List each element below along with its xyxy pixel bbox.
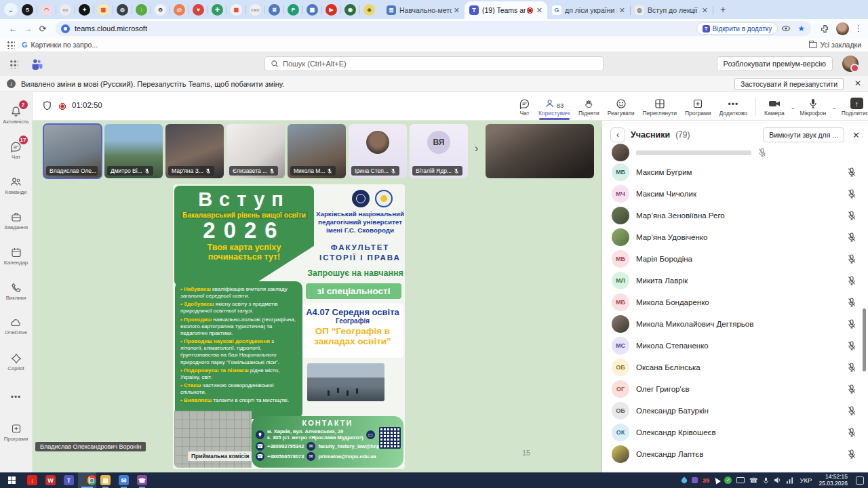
mute-all-button[interactable]: Вимкнути звук для ... xyxy=(763,127,844,142)
sidebar-item-teams[interactable]: Команди xyxy=(0,168,33,203)
mic-button[interactable]: Мікрофон xyxy=(797,94,830,120)
more-button[interactable]: ••• Додатково xyxy=(716,94,751,120)
pinned-tab-icon[interactable]: ▦ xyxy=(231,4,242,16)
tray-mic-icon[interactable] xyxy=(763,476,769,485)
taskbar-app[interactable]: ☎ xyxy=(133,472,151,488)
apps-grid-icon[interactable] xyxy=(7,41,15,49)
video-tile[interactable]: Ірина Степ... xyxy=(349,124,407,178)
mic-off-icon[interactable] xyxy=(758,148,766,157)
pinned-tab-icon[interactable]: ▶ xyxy=(326,4,337,16)
pinned-tab-icon[interactable]: ʘ xyxy=(155,4,166,16)
panel-scrollbar[interactable] xyxy=(863,308,866,371)
view-button[interactable]: Переглянути xyxy=(639,94,680,120)
participant-row[interactable]: ОБ Оксана Бєлінська xyxy=(602,357,868,378)
video-tile[interactable]: Мар'яна З... xyxy=(165,124,224,178)
tab-search-chevron-icon[interactable]: ⌄ xyxy=(4,3,18,16)
all-bookmarks[interactable]: Усі закладки xyxy=(809,41,861,49)
mic-off-icon[interactable] xyxy=(848,189,856,199)
pinned-tab-icon[interactable]: ▭ xyxy=(60,4,71,16)
participant-row[interactable]: ОК Олександр Крівошеєв xyxy=(602,422,868,443)
search-input[interactable]: Пошук (Ctrl+Alt+E) xyxy=(264,56,604,71)
mic-off-icon[interactable] xyxy=(848,232,856,242)
pinned-tab-icon[interactable]: ✦ xyxy=(79,4,90,16)
browser-tab[interactable]: G дп ліси україни півні ✕ xyxy=(547,1,630,19)
sidebar-item-more[interactable]: ••• xyxy=(0,380,33,415)
participant-row-partial[interactable] xyxy=(602,144,868,161)
open-in-app-button[interactable]: T Відкрити в додатку xyxy=(696,22,778,35)
video-tile[interactable]: Владислав Оле... xyxy=(43,124,102,178)
pinned-tab-icon[interactable]: ▦ xyxy=(98,4,109,16)
participant-row[interactable]: ОБ Олександр Батуркін xyxy=(602,400,868,422)
mic-off-icon[interactable] xyxy=(848,298,856,307)
camera-chevron-icon[interactable]: ⌄ xyxy=(791,104,795,110)
forward-button[interactable]: → xyxy=(20,24,35,34)
participant-row[interactable]: МБ Максим Бугрим xyxy=(602,161,868,183)
pinned-tab-icon[interactable]: ◆ xyxy=(363,4,375,16)
pinned-tab-icon[interactable]: ✚ xyxy=(212,4,223,16)
pinned-tab-icon[interactable]: скс xyxy=(250,4,261,16)
participant-row[interactable]: Олександр Лаптєв xyxy=(602,443,868,465)
sidebar-item-assignments[interactable]: Завдання xyxy=(0,203,33,239)
tray-droplet-icon[interactable] xyxy=(680,476,688,484)
raise-hand-button[interactable]: Підняти xyxy=(575,94,603,120)
apply-restart-button[interactable]: Застосувати й перезапустити xyxy=(734,78,844,90)
tray-cursor-icon[interactable] xyxy=(713,476,721,485)
participant-row[interactable]: МЧ Максим Чичолик xyxy=(602,183,868,205)
participant-row[interactable]: ОГ Олег Григор'єв xyxy=(602,378,868,400)
sidebar-item-calendar[interactable]: Календар xyxy=(0,239,33,274)
taskbar-app[interactable]: ▤ xyxy=(96,472,115,488)
pinned-tab-icon[interactable]: ◠ xyxy=(41,4,52,16)
taskbar-app[interactable]: T xyxy=(60,472,78,488)
pinned-tab-icon[interactable]: ◍ xyxy=(117,4,128,16)
sidebar-item-calls[interactable]: Виклики xyxy=(0,274,33,309)
tray-badge[interactable]: 39 xyxy=(703,477,709,484)
panel-close-icon[interactable]: ✕ xyxy=(852,130,860,140)
participant-row[interactable]: МС Микола Степаненко xyxy=(602,335,868,357)
start-button[interactable] xyxy=(0,472,23,488)
sidebar-item-activity[interactable]: 2 Активність xyxy=(0,98,33,133)
panel-back-icon[interactable]: ‹ xyxy=(610,127,625,142)
tray-antivirus-icon[interactable]: ✓ xyxy=(724,476,732,484)
banner-close-icon[interactable]: ✕ xyxy=(854,79,861,88)
extensions-puzzle-icon[interactable] xyxy=(821,24,829,33)
filmstrip-next-icon[interactable]: › xyxy=(475,142,478,155)
mic-off-icon[interactable] xyxy=(848,211,856,220)
pinned-tab-icon[interactable]: ↓ xyxy=(136,4,147,16)
pinned-tab-icon[interactable]: ≣ xyxy=(269,4,280,16)
language-indicator[interactable]: УКР xyxy=(800,476,812,484)
browser-profile-avatar[interactable] xyxy=(836,22,849,35)
participant-row[interactable]: МЛ Микита Лаврік xyxy=(602,270,868,291)
teams-profile-avatar[interactable] xyxy=(842,56,859,72)
app-launcher-icon[interactable] xyxy=(9,60,18,68)
camera-button[interactable]: Камера xyxy=(761,94,788,120)
mic-chevron-icon[interactable]: ⌄ xyxy=(832,104,837,110)
mic-off-icon[interactable] xyxy=(848,167,856,177)
tray-display-icon[interactable] xyxy=(736,477,745,483)
spotlight-video-tile[interactable] xyxy=(486,124,594,178)
video-tile[interactable]: Микола М... xyxy=(288,124,346,178)
chat-button[interactable]: Чат xyxy=(515,94,534,120)
tray-network-icon[interactable] xyxy=(786,477,793,484)
video-tile[interactable]: ВЯ Віталій Ядр... xyxy=(410,124,468,178)
notification-center-icon[interactable] xyxy=(856,476,864,485)
tab-close-icon[interactable]: ✕ xyxy=(454,6,460,15)
tab-close-icon[interactable]: ✕ xyxy=(619,6,625,15)
pinned-tab-icon[interactable]: ▩ xyxy=(307,4,318,16)
participant-row[interactable]: Мар'яна Зеновіївна Рего xyxy=(602,205,868,226)
pinned-tab-icon[interactable]: S xyxy=(22,4,33,16)
reload-button[interactable]: ⟳ xyxy=(35,24,50,34)
taskbar-app[interactable]: ✉ xyxy=(115,472,133,488)
taskbar-clock[interactable]: 14:52:15 25.03.2026 xyxy=(818,474,848,487)
address-bar[interactable]: teams.cloud.microsoft T Відкрити в додат… xyxy=(56,21,811,36)
mic-off-icon[interactable] xyxy=(848,319,856,329)
video-tile[interactable]: Єлизавета ... xyxy=(226,124,285,178)
tab-close-icon[interactable]: ✕ xyxy=(702,6,708,15)
mic-off-icon[interactable] xyxy=(848,449,856,459)
participant-row[interactable]: Микола Миколайович Дегтярьов xyxy=(602,313,868,335)
share-button[interactable]: ↑ Поділитися xyxy=(838,94,868,120)
sidebar-item-apps[interactable]: Програми xyxy=(0,415,33,450)
sidebar-item-chat[interactable]: 17 Чат xyxy=(0,133,33,168)
people-button[interactable]: 83 Користувачі xyxy=(535,94,574,120)
taskbar-app[interactable] xyxy=(78,472,96,488)
browser-tab[interactable]: ◍ Вступ до лекції лісов ✕ xyxy=(630,1,713,19)
